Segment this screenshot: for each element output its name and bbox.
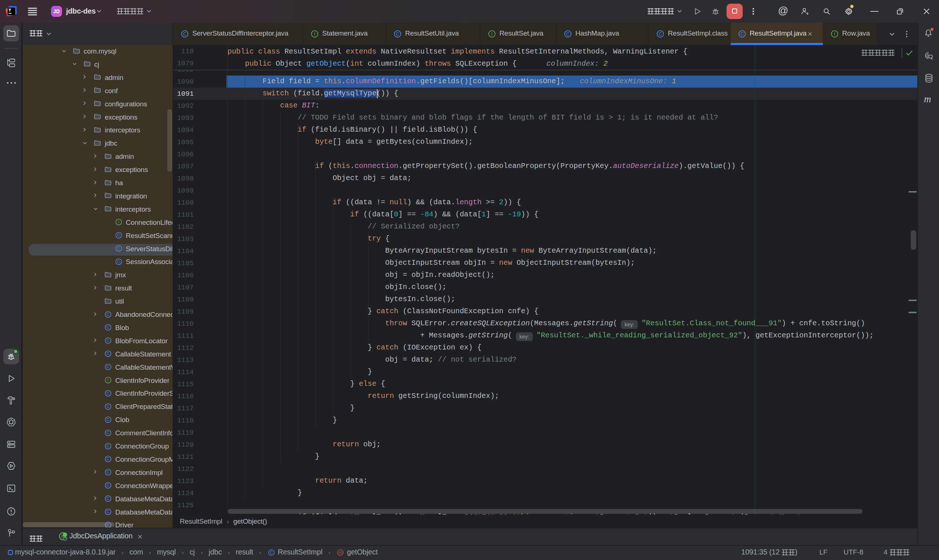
svg-text:C: C (270, 550, 273, 554)
svg-text:C: C (117, 246, 120, 251)
svg-text:C: C (107, 391, 110, 395)
svg-text:C: C (107, 404, 110, 409)
svg-text:C: C (107, 431, 110, 435)
svg-text:C: C (107, 352, 110, 356)
svg-text:C: C (740, 32, 744, 37)
svg-text:C: C (107, 483, 110, 488)
svg-text:C: C (107, 470, 110, 475)
svg-text:I: I (314, 32, 315, 37)
svg-text:m: m (339, 550, 342, 554)
svg-text:C: C (117, 259, 120, 264)
svg-text:C: C (107, 312, 110, 317)
svg-text:C: C (566, 32, 569, 37)
svg-text:C: C (107, 338, 110, 343)
svg-text:C: C (183, 32, 187, 37)
svg-text:C: C (658, 32, 662, 37)
svg-text:C: C (117, 233, 120, 238)
svg-text:I: I (108, 378, 109, 382)
svg-text:C: C (107, 325, 110, 330)
svg-text:C: C (107, 497, 110, 501)
svg-text:C: C (107, 457, 110, 462)
svg-text:C: C (396, 32, 399, 37)
svg-text:C: C (107, 365, 110, 369)
svg-text:I: I (834, 32, 835, 37)
svg-text:C: C (107, 509, 110, 514)
svg-text:I: I (491, 32, 492, 37)
svg-text:C: C (107, 444, 110, 448)
svg-text:C: C (107, 417, 110, 422)
svg-text:I: I (118, 220, 119, 225)
